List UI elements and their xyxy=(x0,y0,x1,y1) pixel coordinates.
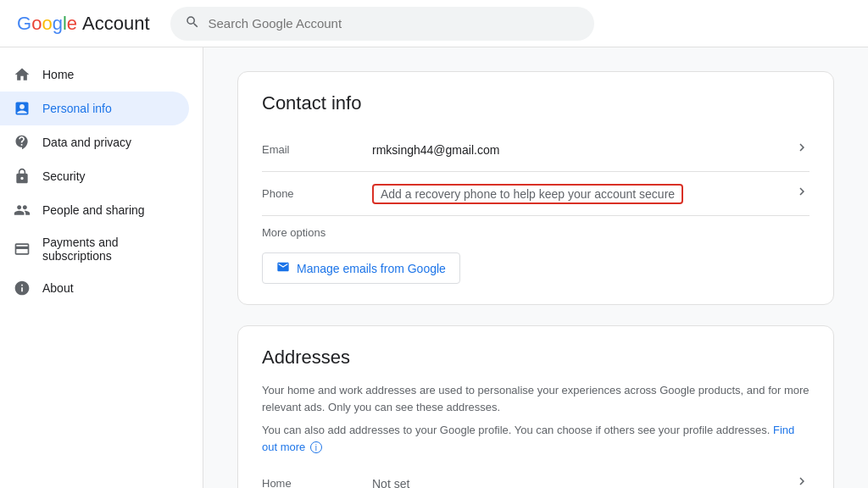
main-layout: Home Personal info Data and privacy Secu… xyxy=(0,47,868,488)
email-row[interactable]: Email rmksingh44@gmail.com xyxy=(262,128,810,172)
sidebar-item-personal-info[interactable]: Personal info xyxy=(0,92,189,125)
addresses-desc2-text: You can also add addresses to your Googl… xyxy=(262,424,770,436)
contact-info-title: Contact info xyxy=(262,92,810,114)
home-address-row[interactable]: Home Not set xyxy=(262,462,810,488)
people-icon xyxy=(14,202,31,219)
home-icon xyxy=(14,66,31,83)
header-account-label: Account xyxy=(82,13,150,35)
addresses-desc1: Your home and work addresses are used to… xyxy=(262,382,810,415)
sidebar-item-payments[interactable]: Payments and subscriptions xyxy=(0,227,189,271)
sidebar-item-personal-info-label: Personal info xyxy=(42,102,112,115)
more-options-link[interactable]: More options xyxy=(262,226,810,239)
home-address-chevron-icon xyxy=(794,474,810,488)
phone-row[interactable]: Phone Add a recovery phone to help keep … xyxy=(262,172,810,216)
lock-icon xyxy=(14,168,31,185)
email-chevron-icon xyxy=(794,140,810,159)
manage-emails-label: Manage emails from Google xyxy=(297,262,446,275)
manage-emails-button[interactable]: Manage emails from Google xyxy=(262,252,460,284)
sidebar-item-people-sharing-label: People and sharing xyxy=(42,203,145,217)
sidebar-item-security-label: Security xyxy=(42,169,86,183)
addresses-title: Addresses xyxy=(262,347,810,369)
person-icon xyxy=(14,100,31,117)
phone-chevron-icon xyxy=(794,184,810,203)
info-circle-icon: i xyxy=(310,441,322,453)
sidebar-item-home-label: Home xyxy=(42,68,74,81)
email-label: Email xyxy=(262,143,372,156)
sidebar: Home Personal info Data and privacy Secu… xyxy=(0,47,203,488)
sidebar-item-about-label: About xyxy=(42,281,74,295)
phone-label: Phone xyxy=(262,187,372,200)
addresses-desc2: You can also add addresses to your Googl… xyxy=(262,422,810,455)
sidebar-item-about[interactable]: About xyxy=(0,271,189,305)
sidebar-item-security[interactable]: Security xyxy=(0,159,189,193)
addresses-card: Addresses Your home and work addresses a… xyxy=(237,325,834,488)
header: Google Account xyxy=(0,0,868,47)
phone-value: Add a recovery phone to help keep your a… xyxy=(372,187,787,201)
payment-icon xyxy=(14,241,31,258)
home-address-value: Not set xyxy=(372,477,787,489)
sidebar-item-payments-label: Payments and subscriptions xyxy=(42,236,175,263)
sidebar-item-data-privacy-label: Data and privacy xyxy=(42,136,131,149)
google-logo[interactable]: Google xyxy=(17,13,77,35)
main-content: Contact info Email rmksingh44@gmail.com … xyxy=(203,47,868,488)
email-value: rmksingh44@gmail.com xyxy=(372,143,787,157)
search-bar xyxy=(170,7,594,41)
phone-placeholder-text: Add a recovery phone to help keep your a… xyxy=(372,184,683,204)
search-input[interactable] xyxy=(209,16,580,30)
contact-info-card: Contact info Email rmksingh44@gmail.com … xyxy=(237,71,834,305)
info-icon xyxy=(14,280,31,297)
sidebar-item-people-sharing[interactable]: People and sharing xyxy=(0,193,189,227)
envelope-icon xyxy=(276,260,290,276)
sidebar-item-home[interactable]: Home xyxy=(0,58,189,92)
data-icon xyxy=(14,134,31,151)
search-icon xyxy=(185,14,200,33)
sidebar-item-data-privacy[interactable]: Data and privacy xyxy=(0,125,189,159)
home-address-label: Home xyxy=(262,477,372,488)
